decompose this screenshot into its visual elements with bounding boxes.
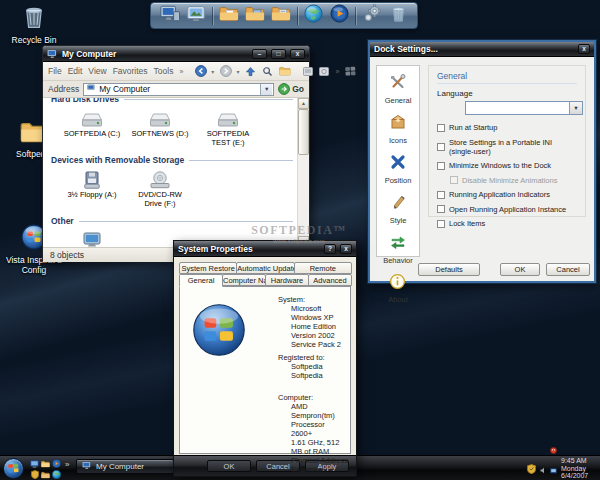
checkbox-run-at-startup[interactable]: Run at Startup [437,123,577,132]
close-button[interactable]: x [290,49,305,59]
back-dropdown[interactable]: ▾ [211,68,214,75]
tab-hardware[interactable]: Hardware [265,274,309,286]
sidebar-item-about[interactable]: About [388,273,408,304]
sidebar-item-label: Icons [389,136,407,145]
sidebar-item-general[interactable]: General [385,73,412,105]
drive-c[interactable]: SOFTPEDIA (C:) [63,108,121,147]
checkbox-minimize-to-dock[interactable]: Minimize Windows to the Dock [437,161,577,170]
checkbox-open-running-instance[interactable]: Open Running Application Instance [437,205,577,214]
checkbox-box[interactable] [437,143,445,151]
cancel-button[interactable]: Cancel [546,263,590,276]
checkbox-portable-ini[interactable]: Store Settings in a Portable INI (single… [437,138,577,156]
position-arrows-icon [389,153,407,175]
drive-e[interactable]: SOFTPEDIA TEST (E:) [199,108,257,147]
documents-folder-icon [219,5,239,26]
sidebar-item-style[interactable]: Style [389,193,407,225]
tab-computer-name[interactable]: Computer Name [222,274,266,286]
ok-button[interactable]: OK [207,460,251,472]
ok-button[interactable]: OK [500,263,540,276]
scroll-up-button[interactable]: ▲ [298,98,309,109]
system-properties-titlebar[interactable]: System Properties ? x [174,241,356,257]
taskbar-button-my-computer[interactable]: My Computer [76,459,174,474]
checkbox-box[interactable] [437,124,445,132]
toolbar-overflow-chevron[interactable]: » [335,68,339,75]
forward-dropdown[interactable]: ▾ [236,68,239,75]
views-button[interactable] [303,67,313,76]
control-panel-item[interactable]: Control Panel [63,230,121,247]
info-line: Microsoft Windows XP [291,304,350,322]
back-button[interactable] [195,65,207,77]
select-dropdown-button[interactable]: ▼ [569,102,582,114]
up-button[interactable] [245,66,256,77]
checkbox-box[interactable] [437,191,445,199]
tab-remote[interactable]: Remote [294,262,352,274]
tray-antivirus-icon[interactable] [550,440,557,458]
drive-a[interactable]: 3½ Floppy (A:) [63,169,121,208]
scrollbar-thumb[interactable] [298,109,309,155]
minimize-button[interactable]: – [252,49,267,59]
vertical-scrollbar[interactable]: ▲ ▼ [297,98,309,247]
quick-launch-globe[interactable] [51,469,62,480]
language-select[interactable]: ▼ [465,101,583,115]
hard-drive-icon [149,108,171,128]
dock-item-my-computer[interactable] [160,5,180,26]
menu-overflow-chevron[interactable]: » [179,68,183,75]
defaults-button[interactable]: Defaults [418,263,480,276]
menu-view[interactable]: View [88,66,106,76]
my-computer-addressbar: Address My Computer ▼ Go [43,81,309,98]
sidebar-item-position[interactable]: Position [385,153,412,185]
drive-d[interactable]: SOFTNEWS (D:) [131,108,189,147]
media-player-icon [330,4,349,27]
tray-shield-icon[interactable] [527,460,536,478]
drive-f[interactable]: DVD/CD-RW Drive (F:) [131,169,189,208]
dock-item-notes-folder[interactable] [271,5,291,26]
tab-system-restore[interactable]: System Restore [179,262,237,274]
maximize-button[interactable]: □ [271,49,286,59]
quick-launch-shield[interactable] [29,469,40,480]
quick-launch-media[interactable] [51,458,62,469]
menu-edit[interactable]: Edit [68,66,83,76]
go-button[interactable]: Go [278,83,304,95]
checkbox-running-indicators[interactable]: Running Application Indicators [437,190,577,199]
checkbox-lock-items[interactable]: Lock Items [437,219,577,228]
desktop-icon-recycle-bin[interactable]: Recycle Bin [2,4,66,46]
status-text: 8 objects [50,250,84,260]
folders-button[interactable] [279,66,291,76]
address-dropdown-button[interactable]: ▼ [260,84,272,95]
help-button[interactable]: ? [324,244,336,254]
dock-item-internet[interactable] [304,5,324,26]
quick-launch-desktop[interactable] [29,458,40,469]
checkbox-box[interactable] [437,205,445,213]
tab-advanced[interactable]: Advanced [308,274,352,286]
my-computer-titlebar[interactable]: My Computer – □ x [43,46,309,62]
close-button[interactable]: x [340,244,352,254]
close-button[interactable]: x [578,44,590,54]
checkbox-box[interactable] [437,220,445,228]
tray-volume-icon[interactable] [540,460,546,478]
menu-file[interactable]: File [48,66,62,76]
quick-launch-folder-2[interactable] [40,469,51,480]
forward-button[interactable] [220,65,232,77]
search-button[interactable] [262,66,273,77]
dock-item-documents-folder[interactable] [219,5,239,26]
dock-settings-titlebar[interactable]: Dock Settings... x [370,42,594,57]
tab-automatic-updates[interactable]: Automatic Updates [236,262,294,274]
sidebar-item-icons[interactable]: Icons [389,113,407,145]
history-button[interactable] [319,67,329,76]
address-input[interactable]: My Computer ▼ [83,83,274,96]
tray-display-icon[interactable] [550,460,557,478]
start-button[interactable] [3,458,24,479]
quick-launch-overflow-chevron[interactable]: » [65,460,69,469]
dock-item-display[interactable] [186,5,206,26]
dock-item-media-player[interactable] [330,5,350,26]
dock-item-settings[interactable] [362,5,382,26]
dock-item-pictures-folder[interactable] [245,5,265,26]
dock-item-recycle-bin[interactable] [388,5,408,26]
checkbox-box[interactable] [437,162,445,170]
taskbar-clock[interactable]: 9:45 AM Monday 6/4/2007 [561,457,597,480]
menu-favorites[interactable]: Favorites [113,66,148,76]
tab-general[interactable]: General [179,274,223,287]
quick-launch-folder[interactable] [40,458,51,469]
sidebar-item-behavior[interactable]: Behavior [383,233,413,265]
menu-tools[interactable]: Tools [154,66,174,76]
